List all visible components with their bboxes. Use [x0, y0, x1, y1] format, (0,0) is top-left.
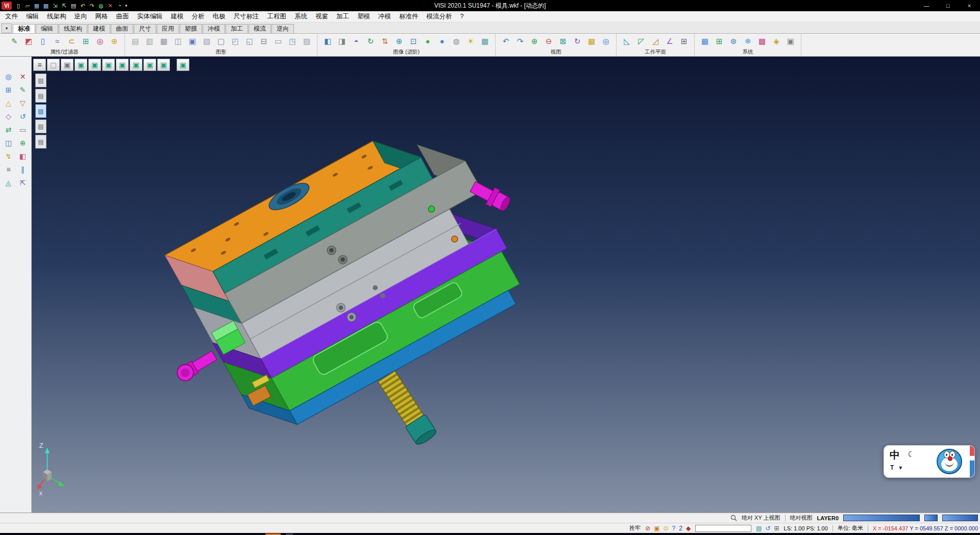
print-icon[interactable]: ▤ [69, 2, 78, 10]
tab-modeling[interactable]: 建模 [88, 24, 110, 33]
zoom-fit-icon[interactable]: ⊠ [556, 35, 570, 48]
clipboard-slot-3[interactable]: ▤ [35, 104, 46, 118]
tab-dropdown[interactable]: ▾ [2, 23, 12, 33]
macro-icon[interactable]: ◈ [770, 35, 783, 48]
view-bottom-icon[interactable]: ▣ [157, 59, 170, 71]
tab-stamping[interactable]: 冲模 [203, 24, 225, 33]
diamond-icon[interactable]: ◇ [3, 111, 14, 122]
workplane-xy-icon[interactable]: ◺ [620, 35, 633, 48]
half-shade-icon[interactable]: ◧ [17, 151, 29, 162]
ungroup-icon[interactable]: ◱ [243, 35, 256, 48]
undo-icon[interactable]: ↶ [79, 2, 87, 10]
minimize-button[interactable]: — [916, 0, 937, 11]
grid-small-icon[interactable]: ⊞ [774, 525, 779, 532]
swap-icon[interactable]: ⇄ [3, 124, 14, 135]
marker-icon[interactable]: ◆ [686, 525, 691, 532]
clipboard-copy-icon[interactable]: ▤ [129, 35, 142, 48]
book-icon[interactable]: ▤ [756, 525, 762, 532]
grid-snap-icon[interactable]: ⊞ [79, 35, 92, 48]
group-icon[interactable]: ◰ [229, 35, 242, 48]
tab-wireframe[interactable]: 线架构 [59, 24, 87, 33]
workplane-entity-icon[interactable]: ◿ [649, 35, 662, 48]
view-front-icon[interactable]: ▣ [102, 59, 115, 71]
delete-icon[interactable]: ✕ [106, 2, 114, 10]
select-icon[interactable]: ◎ [3, 71, 14, 82]
delete-icon[interactable]: ✕ [17, 71, 29, 82]
menu-item[interactable]: 文件 [1, 11, 22, 22]
color-filter-icon[interactable]: ◩ [22, 35, 35, 48]
sphere-wire-icon[interactable]: ◍ [450, 35, 463, 48]
tab-edit[interactable]: 编辑 [36, 24, 58, 33]
two-d-icon[interactable]: 2 [679, 525, 682, 532]
redo-icon[interactable]: ↷ [88, 2, 96, 10]
view-back-icon[interactable]: ▣ [143, 59, 156, 71]
ime-tool-icon[interactable]: T [890, 464, 894, 471]
menu-item[interactable]: 曲面 [112, 11, 133, 22]
view-mode-label[interactable]: 绝对 XY 上视图 [742, 514, 780, 522]
doc-hatch-icon[interactable]: ▧ [200, 35, 213, 48]
absolute-view-label[interactable]: 绝对视图 [790, 514, 813, 522]
menu-item[interactable]: 加工 [332, 11, 353, 22]
doc-blue-icon[interactable]: ▣ [186, 35, 199, 48]
tab-flow[interactable]: 模流 [249, 24, 271, 33]
tab-standard[interactable]: 标准 [13, 24, 35, 33]
refresh-icon[interactable]: ↺ [765, 525, 770, 532]
list-icon[interactable]: ≡ [3, 164, 14, 175]
linetype-filter-icon[interactable]: ≈ [51, 35, 64, 48]
zoom-in-icon[interactable]: ⊕ [528, 35, 541, 48]
save-all-icon[interactable]: ▩ [42, 2, 50, 10]
clipboard-slot-2[interactable]: ▤ [35, 89, 46, 103]
view-next-icon[interactable]: ↷ [513, 35, 527, 48]
command-input[interactable] [695, 525, 751, 532]
ime-mode-label[interactable]: 中 [890, 448, 900, 462]
rect-note-icon[interactable]: ▭ [272, 35, 285, 48]
view-iso-icon[interactable]: ▣ [75, 59, 87, 71]
info-icon[interactable]: ▣ [784, 35, 797, 48]
zoom-window-icon[interactable]: ⊡ [407, 35, 420, 48]
wireframe-mode-icon[interactable]: ◨ [335, 35, 349, 48]
tab-reverse[interactable]: 逆向 [272, 24, 294, 33]
maximize-button[interactable]: □ [937, 0, 959, 11]
parallel-icon[interactable]: ∥ [17, 164, 29, 175]
help-snap-icon[interactable]: ? [672, 525, 676, 532]
crosshair-filter-icon[interactable]: ◎ [93, 35, 107, 48]
menu-item[interactable]: 建模 [167, 11, 188, 22]
view-shaded-gray-icon[interactable]: ▣ [61, 59, 74, 71]
os-taskbar[interactable] [0, 533, 980, 535]
lightning-icon[interactable]: ↯ [3, 151, 14, 162]
attributes-icon[interactable]: ✎ [8, 35, 21, 48]
layer-filter-icon[interactable]: ▯ [36, 35, 50, 48]
zoom-plus-icon[interactable]: ⊕ [393, 35, 406, 48]
cone-icon[interactable]: ◬ [3, 177, 14, 188]
corner-box-icon[interactable]: ◳ [286, 35, 299, 48]
import-icon[interactable]: ⇲ [51, 2, 59, 10]
menu-item[interactable]: ? [456, 11, 468, 22]
export-icon[interactable]: ⇱ [60, 2, 68, 10]
rotate-view-icon[interactable]: ↻ [364, 35, 377, 48]
triangle-up-icon[interactable]: △ [3, 98, 14, 109]
globe-save-icon[interactable]: ◍ [97, 2, 105, 10]
viewport-3d[interactable]: Z x ≡▢▣▣▣▣▣▣▣▣▣ ▤▤▤▤▤ 中 ☾ [32, 57, 980, 513]
workplane-rotate-icon[interactable]: ∠ [663, 35, 676, 48]
texture-icon[interactable]: ▩ [478, 35, 492, 48]
menu-item[interactable]: 网格 [91, 11, 112, 22]
duplicate-icon[interactable]: ◫ [172, 35, 185, 48]
no-snap-icon[interactable]: ⊘ [645, 525, 650, 532]
menu-item[interactable]: 标准件 [395, 11, 423, 22]
rectangle-icon[interactable]: ▭ [17, 124, 29, 135]
save-icon[interactable]: ▦ [33, 2, 41, 10]
add-filter-icon[interactable]: ⊕ [108, 35, 121, 48]
clipboard-paste-icon[interactable]: ▥ [143, 35, 156, 48]
clipboard-slot-4[interactable]: ▤ [35, 119, 46, 133]
snowflake-icon[interactable]: ❄ [741, 35, 754, 48]
menu-item[interactable]: 逆向 [70, 11, 91, 22]
tab-molding[interactable]: 塑膜 [180, 24, 202, 33]
viewport-menu-icon[interactable]: ≡ [33, 59, 46, 71]
sphere-smooth-icon[interactable]: ● [435, 35, 449, 48]
tab-machining[interactable]: 加工 [226, 24, 248, 33]
close-button[interactable]: × [959, 0, 980, 11]
menu-item[interactable]: 尺寸标注 [230, 11, 263, 22]
menu-item[interactable]: 模流分析 [423, 11, 456, 22]
add-icon[interactable]: ⊕ [17, 137, 29, 149]
clipboard-slot-5[interactable]: ▤ [35, 135, 46, 149]
